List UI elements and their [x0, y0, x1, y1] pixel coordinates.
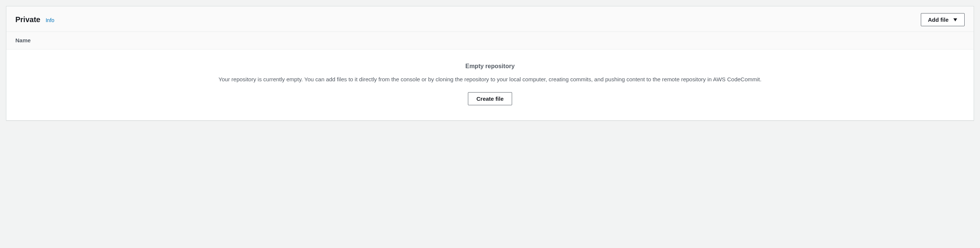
column-name-label: Name: [15, 37, 31, 43]
empty-state-description: Your repository is currently empty. You …: [15, 75, 965, 84]
svg-marker-0: [953, 18, 957, 21]
table-column-header: Name: [6, 32, 974, 49]
caret-down-icon: [953, 18, 958, 22]
info-link[interactable]: Info: [46, 17, 54, 23]
repository-panel: Private Info Add file Name Empty reposit…: [6, 6, 974, 121]
add-file-button[interactable]: Add file: [921, 13, 965, 26]
section-title: Private: [15, 15, 40, 24]
title-group: Private Info: [15, 15, 54, 24]
add-file-label: Add file: [928, 16, 948, 23]
panel-header: Private Info Add file: [6, 6, 974, 32]
empty-state-title: Empty repository: [15, 63, 965, 70]
empty-state: Empty repository Your repository is curr…: [6, 49, 974, 120]
create-file-button[interactable]: Create file: [468, 92, 512, 105]
